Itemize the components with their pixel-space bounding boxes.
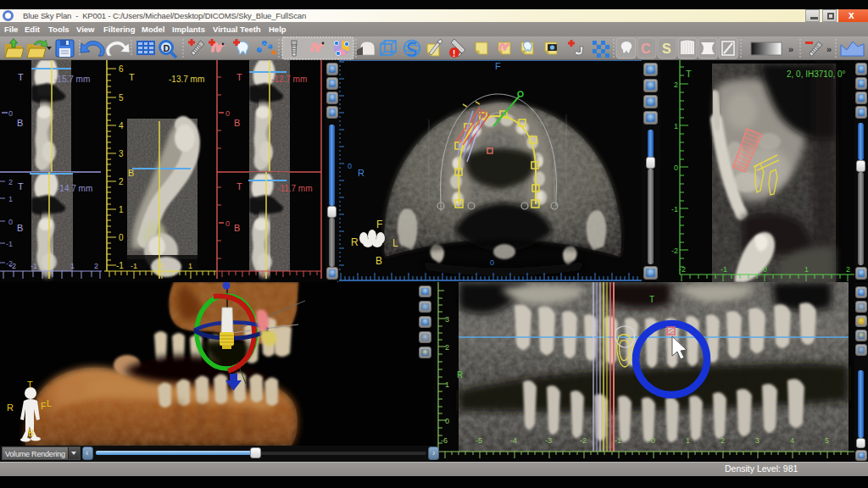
svg-text:1: 1 <box>445 380 449 389</box>
svg-text:2: 2 <box>445 343 449 352</box>
svg-text:2: 2 <box>8 178 13 186</box>
svg-text:-1: -1 <box>6 240 13 248</box>
svg-text:T: T <box>129 72 135 82</box>
svg-text:T: T <box>236 72 242 82</box>
svg-text:R: R <box>7 402 14 413</box>
svg-text:-1: -1 <box>721 265 727 274</box>
svg-text:T: T <box>649 295 654 304</box>
svg-text:T: T <box>27 380 33 390</box>
svg-text:-2: -2 <box>679 265 686 274</box>
svg-text:-6: -6 <box>441 436 448 445</box>
svg-text:1: 1 <box>188 262 192 270</box>
svg-text:0: 0 <box>159 262 164 270</box>
svg-text:0: 0 <box>8 109 13 118</box>
svg-text:1: 1 <box>119 205 124 214</box>
svg-text:T: T <box>18 181 24 191</box>
svg-text:4: 4 <box>790 436 794 445</box>
svg-text:6: 6 <box>119 64 124 74</box>
svg-text:B: B <box>376 255 382 267</box>
svg-text:R: R <box>351 236 359 248</box>
svg-text:4: 4 <box>119 121 124 130</box>
svg-text:B: B <box>234 223 240 233</box>
svg-text:-15.7 mm: -15.7 mm <box>54 75 90 84</box>
svg-text:0: 0 <box>490 258 494 267</box>
svg-text:F: F <box>41 401 47 411</box>
svg-text:3: 3 <box>755 436 760 445</box>
svg-text:B: B <box>28 428 34 438</box>
svg-text:2: 2 <box>119 177 124 186</box>
svg-text:R: R <box>457 370 463 380</box>
svg-text:2: 2 <box>94 262 98 270</box>
svg-text:3: 3 <box>119 149 124 158</box>
svg-text:5: 5 <box>119 93 124 103</box>
svg-text:D: D <box>164 43 170 53</box>
svg-text:0: 0 <box>225 219 230 228</box>
svg-text:-1: -1 <box>615 436 621 445</box>
svg-text:-2: -2 <box>580 436 587 445</box>
svg-text:!: ! <box>453 49 455 58</box>
svg-text:3: 3 <box>445 315 449 324</box>
svg-text:2: 2 <box>721 436 725 445</box>
svg-text:1: 1 <box>70 262 75 270</box>
svg-text:B: B <box>17 223 23 233</box>
svg-text:0: 0 <box>225 109 230 118</box>
svg-text:-2: -2 <box>9 262 16 270</box>
svg-text:0: 0 <box>445 417 449 425</box>
svg-text:-13.7 mm: -13.7 mm <box>169 75 204 84</box>
svg-text:0: 0 <box>674 164 678 172</box>
svg-text:T: T <box>686 69 692 79</box>
svg-text:1: 1 <box>8 195 13 203</box>
svg-text:-4: -4 <box>510 436 517 445</box>
svg-text:0: 0 <box>119 233 124 242</box>
svg-text:0: 0 <box>763 265 767 274</box>
svg-text:B: B <box>234 118 240 128</box>
svg-text:-1: -1 <box>671 205 678 214</box>
svg-text:L: L <box>47 398 52 408</box>
svg-text:2: 2 <box>674 80 678 89</box>
svg-text:-11.7 mm: -11.7 mm <box>277 184 313 193</box>
svg-text:F: F <box>376 219 382 230</box>
svg-text:-1: -1 <box>31 262 37 270</box>
svg-text:0: 0 <box>8 218 13 226</box>
svg-text:L: L <box>392 237 398 249</box>
svg-text:R: R <box>358 168 364 178</box>
svg-text:0: 0 <box>348 162 352 170</box>
svg-text:-1: -1 <box>116 261 124 270</box>
svg-text:-5: -5 <box>476 436 482 445</box>
svg-text:0: 0 <box>651 436 655 445</box>
svg-text:T: T <box>18 72 24 82</box>
svg-text:-14.7 mm: -14.7 mm <box>57 184 92 193</box>
svg-text:1: 1 <box>804 265 809 274</box>
svg-text:5: 5 <box>825 436 829 445</box>
svg-text:2, 0, IH3710, 0°: 2, 0, IH3710, 0° <box>787 69 846 79</box>
svg-text:2: 2 <box>846 265 850 274</box>
svg-text:1: 1 <box>686 436 690 445</box>
svg-text:-2: -2 <box>671 247 678 255</box>
svg-text:-1: -1 <box>131 262 137 270</box>
svg-text:-12.7 mm: -12.7 mm <box>271 75 307 84</box>
svg-text:F: F <box>495 61 501 71</box>
svg-text:C: C <box>641 42 651 56</box>
svg-text:»: » <box>826 44 832 54</box>
svg-text:-3: -3 <box>545 436 552 445</box>
svg-text:S: S <box>662 42 671 56</box>
svg-text:B: B <box>17 118 23 128</box>
svg-text:»: » <box>788 44 793 54</box>
svg-text:B: B <box>128 168 134 178</box>
svg-text:T: T <box>236 181 242 191</box>
svg-text:1: 1 <box>674 122 678 130</box>
